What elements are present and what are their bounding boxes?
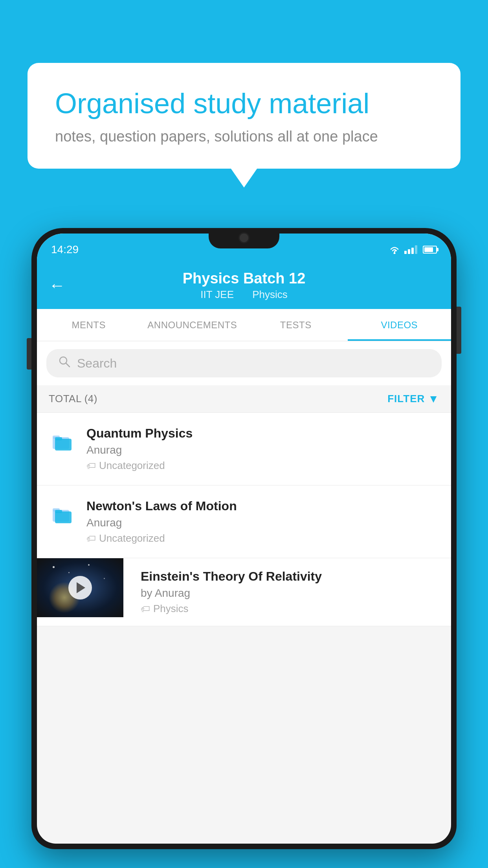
thumb-bg <box>37 558 123 617</box>
video-folder-icon <box>49 499 77 530</box>
video-author: Anurag <box>86 444 439 456</box>
tag-icon: 🏷 <box>141 603 150 614</box>
battery-icon <box>423 246 437 254</box>
tab-videos[interactable]: VIDEOS <box>348 309 451 341</box>
search-icon <box>58 355 71 371</box>
video-info: Einstein's Theory Of Relativity by Anura… <box>133 558 451 626</box>
video-author: Anurag <box>86 517 439 529</box>
play-triangle-icon <box>77 582 85 593</box>
phone-outer: 14:29 <box>31 228 457 849</box>
phone-notch <box>209 228 279 248</box>
wifi-icon <box>389 245 400 254</box>
tab-announcements[interactable]: ANNOUNCEMENTS <box>141 309 244 341</box>
list-item[interactable]: Newton's Laws of Motion Anurag 🏷 Uncateg… <box>37 485 451 558</box>
video-tag: 🏷 Physics <box>141 603 443 615</box>
tag-label: Physics <box>153 603 189 615</box>
video-info: Newton's Laws of Motion Anurag 🏷 Uncateg… <box>86 499 439 544</box>
list-item[interactable]: Quantum Physics Anurag 🏷 Uncategorized <box>37 413 451 485</box>
video-list: Quantum Physics Anurag 🏷 Uncategorized <box>37 413 451 626</box>
video-title: Einstein's Theory Of Relativity <box>141 569 443 584</box>
tag-label: Uncategorized <box>99 460 165 472</box>
tag-icon: 🏷 <box>86 460 96 471</box>
video-title: Newton's Laws of Motion <box>86 499 439 513</box>
camera-dot <box>240 234 248 242</box>
header-subtitle: IIT JEE Physics <box>196 289 292 301</box>
svg-rect-10 <box>55 510 62 513</box>
phone-volume-button <box>27 338 31 370</box>
speech-bubble-card: Organised study material notes, question… <box>28 63 460 169</box>
bubble-title: Organised study material <box>55 86 433 120</box>
tag-label: Uncategorized <box>99 532 165 544</box>
tab-bar: MENTS ANNOUNCEMENTS TESTS VIDEOS <box>37 309 451 341</box>
play-button[interactable] <box>68 576 92 600</box>
filter-bar: TOTAL (4) FILTER ▼ <box>37 385 451 413</box>
total-count: TOTAL (4) <box>49 393 97 405</box>
phone-power-button <box>457 307 461 354</box>
status-time: 14:29 <box>51 243 79 256</box>
video-tag: 🏷 Uncategorized <box>86 460 439 472</box>
status-icons <box>389 245 437 254</box>
bubble-subtitle: notes, question papers, solutions all at… <box>55 128 433 145</box>
search-placeholder: Search <box>77 356 117 371</box>
back-button[interactable]: ← <box>49 276 65 295</box>
speech-bubble: Organised study material notes, question… <box>28 63 460 169</box>
video-thumbnail <box>37 558 123 617</box>
svg-rect-5 <box>55 439 72 451</box>
search-bar[interactable]: Search <box>46 349 442 377</box>
video-info: Quantum Physics Anurag 🏷 Uncategorized <box>86 426 439 472</box>
svg-point-0 <box>394 252 396 254</box>
list-item[interactable]: Einstein's Theory Of Relativity by Anura… <box>37 558 451 626</box>
phone-frame: 14:29 <box>31 228 457 868</box>
tag-icon: 🏷 <box>86 533 96 544</box>
header-title: Physics Batch 12 <box>183 270 306 287</box>
video-author: by Anurag <box>141 587 443 600</box>
header-subtitle-physics: Physics <box>252 289 288 300</box>
svg-rect-9 <box>55 511 72 523</box>
phone-screen: 14:29 <box>37 234 451 844</box>
svg-line-2 <box>66 363 70 367</box>
video-title: Quantum Physics <box>86 426 439 441</box>
video-folder-icon <box>49 426 77 458</box>
filter-label: FILTER <box>387 393 425 405</box>
signal-icon <box>404 245 417 254</box>
tab-tests[interactable]: TESTS <box>244 309 348 341</box>
header-subtitle-iit: IIT JEE <box>200 289 234 300</box>
search-container: Search <box>37 341 451 385</box>
filter-button[interactable]: FILTER ▼ <box>387 393 439 405</box>
app-header: ← Physics Batch 12 IIT JEE Physics <box>37 262 451 309</box>
svg-rect-6 <box>55 437 62 440</box>
tab-ments[interactable]: MENTS <box>37 309 141 341</box>
video-tag: 🏷 Uncategorized <box>86 532 439 544</box>
filter-icon: ▼ <box>428 393 439 405</box>
